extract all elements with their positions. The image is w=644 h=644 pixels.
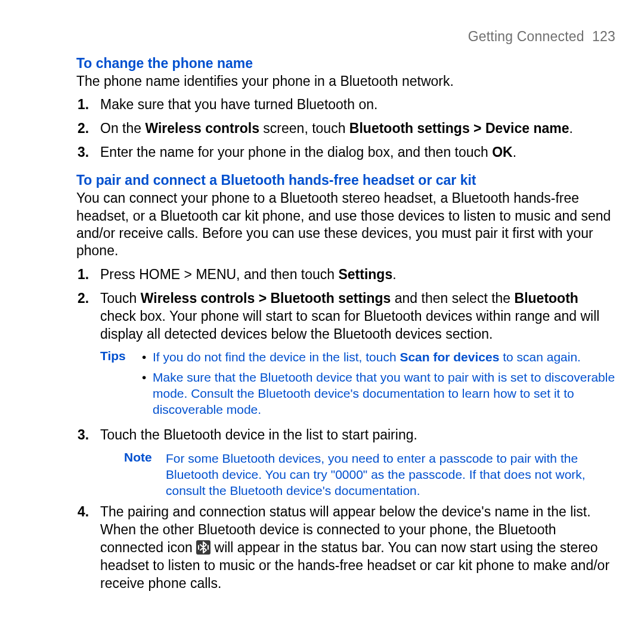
tip-text: to scan again. <box>499 350 581 364</box>
step-1: 1. Make sure that you have turned Blueto… <box>95 96 615 114</box>
step-text: Touch <box>100 290 141 306</box>
ui-button-name: OK <box>492 144 513 160</box>
heading-pair-headset: To pair and connect a Bluetooth hands-fr… <box>76 172 615 188</box>
tip-text: Make sure that the Bluetooth device that… <box>153 370 615 417</box>
ui-path: Wireless controls > Bluetooth settings <box>141 290 391 306</box>
step-text: check box. Your phone will start to scan… <box>100 308 599 342</box>
step-2: 2. On the Wireless controls screen, touc… <box>95 120 615 138</box>
step-text: . <box>513 144 516 160</box>
bluetooth-connected-icon <box>196 540 210 555</box>
ui-path: Bluetooth settings > Device name <box>349 120 569 136</box>
tips-list: If you do not find the device in the lis… <box>142 349 615 417</box>
ui-button-name: Scan for devices <box>400 350 499 364</box>
heading-change-phone-name: To change the phone name <box>76 55 615 72</box>
step-4: 4. The pairing and connection status wil… <box>95 503 615 592</box>
step-number: 4. <box>78 503 89 521</box>
step-1: 1. Press HOME > MENU, and then touch Set… <box>95 266 615 284</box>
intro-change-phone-name: The phone name identifies your phone in … <box>76 73 615 90</box>
steps-pair-headset: 1. Press HOME > MENU, and then touch Set… <box>76 266 615 343</box>
step-text: On the <box>100 120 145 136</box>
tip-item: If you do not find the device in the lis… <box>142 349 615 365</box>
steps-pair-headset-cont: 3. Touch the Bluetooth device in the lis… <box>76 426 615 444</box>
step-number: 3. <box>78 426 89 444</box>
note-body: For some Bluetooth devices, you need to … <box>166 450 615 499</box>
step-number: 1. <box>78 266 89 284</box>
step-text: Make sure that you have turned Bluetooth… <box>100 97 377 112</box>
step-text: and then select the <box>391 290 514 306</box>
step-text: Press HOME > MENU, and then touch <box>100 267 338 282</box>
running-header: Getting Connected 123 <box>76 29 615 45</box>
tips-callout: Tips If you do not find the device in th… <box>100 349 615 421</box>
step-text: . <box>392 267 396 282</box>
ui-checkbox-name: Bluetooth <box>515 290 578 306</box>
manual-page: Getting Connected 123 To change the phon… <box>0 0 644 644</box>
step-number: 2. <box>78 120 89 138</box>
ui-button-name: Settings <box>338 267 392 282</box>
page-number: 123 <box>592 29 615 44</box>
step-3: 3. Enter the name for your phone in the … <box>95 144 615 162</box>
step-text: Touch the Bluetooth device in the list t… <box>100 427 417 442</box>
steps-pair-headset-cont2: 4. The pairing and connection status wil… <box>76 503 615 592</box>
step-number: 3. <box>78 144 89 162</box>
tip-item: Make sure that the Bluetooth device that… <box>142 369 615 418</box>
intro-pair-headset: You can connect your phone to a Bluetoot… <box>76 190 615 260</box>
step-text: screen, touch <box>259 120 349 136</box>
step-3: 3. Touch the Bluetooth device in the lis… <box>95 426 615 444</box>
ui-path: Wireless controls <box>145 120 259 136</box>
step-2: 2. Touch Wireless controls > Bluetooth s… <box>95 290 615 343</box>
step-text: . <box>569 120 573 136</box>
step-number: 2. <box>78 290 89 308</box>
steps-change-phone-name: 1. Make sure that you have turned Blueto… <box>76 96 615 162</box>
tips-body: If you do not find the device in the lis… <box>142 349 615 421</box>
step-text: Enter the name for your phone in the dia… <box>100 144 492 160</box>
note-callout: Note For some Bluetooth devices, you nee… <box>124 450 615 499</box>
note-label: Note <box>124 450 153 499</box>
chapter-name: Getting Connected <box>468 29 584 44</box>
tip-text: If you do not find the device in the lis… <box>153 350 400 364</box>
tips-label: Tips <box>100 349 129 421</box>
step-number: 1. <box>78 96 89 114</box>
